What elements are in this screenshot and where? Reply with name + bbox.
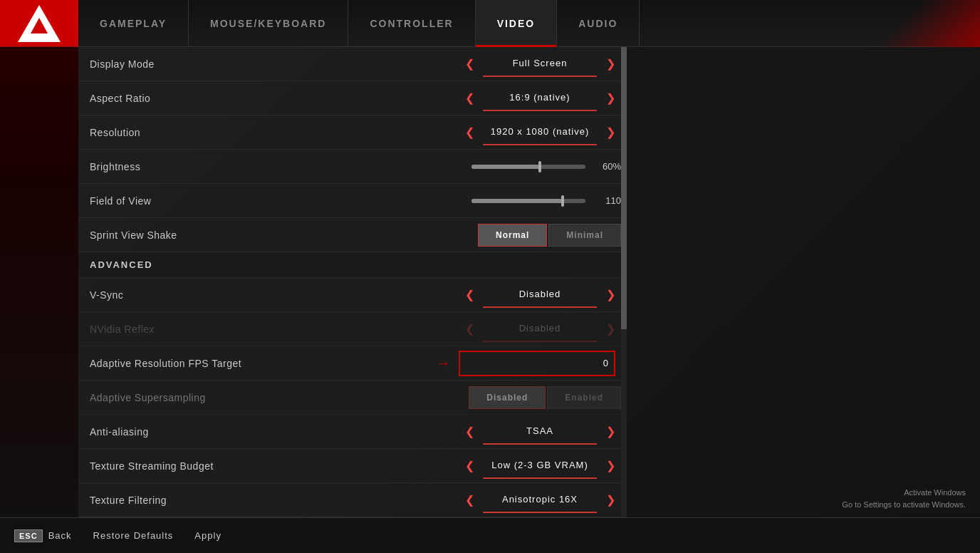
vsync-prev-btn[interactable] xyxy=(459,282,480,308)
display-mode-row: Display Mode Full Screen xyxy=(78,47,627,81)
top-nav-bar: GAMEPLAY MOUSE/KEYBOARD CONTROLLER VIDEO… xyxy=(0,0,980,47)
nav-tabs: GAMEPLAY MOUSE/KEYBOARD CONTROLLER VIDEO… xyxy=(78,0,980,47)
sprint-view-shake-row: Sprint View Shake Normal Minimal xyxy=(78,218,627,252)
fov-control: 110 xyxy=(450,195,621,206)
resolution-label: Resolution xyxy=(90,127,450,138)
display-mode-next-btn[interactable] xyxy=(600,51,621,77)
resolution-control: 1920 x 1080 (native) xyxy=(450,120,621,145)
resolution-next-btn[interactable] xyxy=(600,120,621,145)
anti-aliasing-value: TSAA xyxy=(483,419,597,445)
texture-streaming-arrow-control: Low (2-3 GB VRAM) xyxy=(459,453,621,479)
adaptive-supersampling-enabled-btn: Enabled xyxy=(547,386,621,409)
adaptive-supersampling-row: Adaptive Supersampling Disabled Enabled xyxy=(78,381,627,415)
nvidia-reflex-value: Disabled xyxy=(483,316,597,342)
vsync-next-btn[interactable] xyxy=(600,282,621,308)
aspect-ratio-label: Aspect Ratio xyxy=(90,93,450,104)
adaptive-supersampling-toggle: Disabled Enabled xyxy=(469,386,621,409)
nvidia-reflex-label: NVidia Reflex xyxy=(90,324,450,335)
anti-aliasing-label: Anti-aliasing xyxy=(90,426,450,438)
back-button[interactable]: ESC Back xyxy=(14,529,72,542)
aspect-ratio-row: Aspect Ratio 16:9 (native) xyxy=(78,81,627,115)
adaptive-fps-label: Adaptive Resolution FPS Target xyxy=(90,358,436,369)
brightness-label: Brightness xyxy=(90,161,450,172)
display-mode-prev-btn[interactable] xyxy=(459,51,480,77)
adaptive-supersampling-disabled-btn: Disabled xyxy=(469,386,546,409)
texture-filtering-next-btn[interactable] xyxy=(600,487,621,513)
tab-gameplay[interactable]: GAMEPLAY xyxy=(78,0,189,47)
nvidia-reflex-prev-btn xyxy=(459,316,480,342)
texture-streaming-prev-btn[interactable] xyxy=(459,453,480,479)
fov-slider: 110 xyxy=(471,195,621,206)
right-panel xyxy=(627,47,980,517)
restore-defaults-button[interactable]: Restore Defaults xyxy=(93,530,174,541)
brightness-slider-thumb xyxy=(538,161,541,172)
aspect-ratio-control: 16:9 (native) xyxy=(450,86,621,111)
scrollbar-thumb[interactable] xyxy=(621,47,627,329)
texture-filtering-label: Texture Filtering xyxy=(90,495,450,506)
tab-audio[interactable]: AUDIO xyxy=(557,0,640,47)
nvidia-reflex-arrow-control: Disabled xyxy=(459,316,621,342)
vsync-value: Disabled xyxy=(483,282,597,308)
fov-slider-thumb xyxy=(561,195,564,207)
vsync-label: V-Sync xyxy=(90,289,450,301)
sprint-view-shake-toggle: Normal Minimal xyxy=(478,224,621,247)
windows-activate-text: Activate Windows Go to Settings to activ… xyxy=(842,487,966,510)
aspect-ratio-prev-btn[interactable] xyxy=(459,86,480,111)
back-label: Back xyxy=(48,530,72,541)
sprint-view-shake-normal-btn[interactable]: Normal xyxy=(478,224,547,247)
brightness-value: 60% xyxy=(593,161,621,172)
nvidia-reflex-next-btn xyxy=(600,316,621,342)
texture-streaming-next-btn[interactable] xyxy=(600,453,621,479)
texture-filtering-control: Anisotropic 16X xyxy=(450,487,621,513)
display-mode-arrow-control: Full Screen xyxy=(459,51,621,77)
brightness-control: 60% xyxy=(450,161,621,172)
logo xyxy=(0,0,78,47)
anti-aliasing-arrow-control: TSAA xyxy=(459,419,621,445)
anti-aliasing-control: TSAA xyxy=(450,419,621,445)
tab-mouse-keyboard[interactable]: MOUSE/KEYBOARD xyxy=(189,0,348,47)
nvidia-reflex-control: Disabled xyxy=(450,316,621,342)
fov-row: Field of View 110 xyxy=(78,184,627,218)
texture-filtering-row: Texture Filtering Anisotropic 16X xyxy=(78,483,627,517)
advanced-section-header: ADVANCED xyxy=(78,252,627,278)
texture-filtering-prev-btn[interactable] xyxy=(459,487,480,513)
adaptive-fps-input-row: → xyxy=(436,351,615,376)
tab-video[interactable]: VIDEO xyxy=(476,0,558,47)
sprint-view-shake-minimal-btn[interactable]: Minimal xyxy=(548,224,621,247)
scrollbar[interactable] xyxy=(621,47,627,517)
texture-streaming-control: Low (2-3 GB VRAM) xyxy=(450,453,621,479)
sprint-view-shake-label: Sprint View Shake xyxy=(90,229,450,241)
adaptive-supersampling-label: Adaptive Supersampling xyxy=(90,392,450,403)
anti-aliasing-row: Anti-aliasing TSAA xyxy=(78,415,627,449)
sprint-view-shake-control: Normal Minimal xyxy=(450,224,621,247)
resolution-row: Resolution 1920 x 1080 (native) xyxy=(78,115,627,150)
texture-streaming-label: Texture Streaming Budget xyxy=(90,460,450,472)
fov-value: 110 xyxy=(593,195,621,206)
resolution-prev-btn[interactable] xyxy=(459,120,480,145)
brightness-slider-fill xyxy=(471,165,540,169)
vsync-row: V-Sync Disabled xyxy=(78,278,627,312)
anti-aliasing-prev-btn[interactable] xyxy=(459,419,480,445)
brightness-slider-track[interactable] xyxy=(471,165,585,169)
nvidia-reflex-row: NVidia Reflex Disabled xyxy=(78,312,627,346)
fov-slider-track[interactable] xyxy=(471,199,585,203)
texture-streaming-value: Low (2-3 GB VRAM) xyxy=(483,453,597,479)
arrow-indicator-icon: → xyxy=(436,355,450,371)
anti-aliasing-next-btn[interactable] xyxy=(600,419,621,445)
adaptive-supersampling-control: Disabled Enabled xyxy=(450,386,621,409)
display-mode-control: Full Screen xyxy=(450,51,621,77)
adaptive-fps-input[interactable] xyxy=(459,351,615,376)
fov-label: Field of View xyxy=(90,195,450,207)
vsync-control: Disabled xyxy=(450,282,621,308)
apply-label: Apply xyxy=(194,530,221,541)
adaptive-fps-control: → xyxy=(436,351,621,376)
apply-button[interactable]: Apply xyxy=(194,530,221,541)
aspect-ratio-arrow-control: 16:9 (native) xyxy=(459,86,621,111)
aspect-ratio-next-btn[interactable] xyxy=(600,86,621,111)
tab-controller[interactable]: CONTROLLER xyxy=(348,0,475,47)
texture-streaming-row: Texture Streaming Budget Low (2-3 GB VRA… xyxy=(78,449,627,483)
resolution-arrow-control: 1920 x 1080 (native) xyxy=(459,120,621,145)
aspect-ratio-value: 16:9 (native) xyxy=(483,86,597,111)
bottom-bar: ESC Back Restore Defaults Apply xyxy=(0,517,980,553)
vsync-arrow-control: Disabled xyxy=(459,282,621,308)
